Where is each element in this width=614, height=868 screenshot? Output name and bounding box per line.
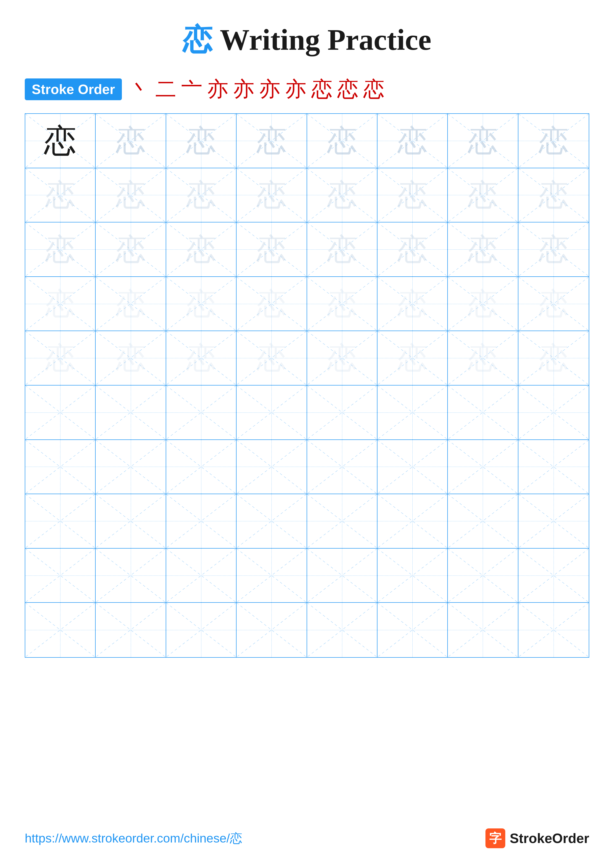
- grid-cell[interactable]: 恋: [166, 168, 236, 223]
- grid-cell[interactable]: 恋: [378, 168, 448, 223]
- svg-line-101: [166, 440, 236, 494]
- grid-cell[interactable]: 恋: [448, 168, 518, 223]
- grid-cell[interactable]: [378, 549, 448, 603]
- grid-cell[interactable]: [96, 494, 166, 549]
- grid-cell[interactable]: 恋: [448, 222, 518, 277]
- grid-cell[interactable]: 恋: [236, 114, 307, 168]
- grid-cell[interactable]: 恋: [236, 168, 307, 223]
- grid-cell[interactable]: 恋: [518, 168, 589, 223]
- kanji-character: 恋: [327, 343, 357, 373]
- svg-line-131: [96, 549, 165, 603]
- grid-cell[interactable]: 恋: [166, 114, 236, 168]
- grid-cell[interactable]: [96, 440, 166, 494]
- grid-cell[interactable]: [25, 603, 96, 657]
- grid-cell[interactable]: [166, 603, 236, 657]
- grid-cell[interactable]: 恋: [96, 222, 166, 277]
- grid-cell[interactable]: [96, 386, 166, 440]
- grid-cell[interactable]: [518, 549, 589, 603]
- grid-cell[interactable]: [378, 494, 448, 549]
- grid-cell[interactable]: 恋: [307, 331, 378, 386]
- grid-cell[interactable]: 恋: [236, 277, 307, 331]
- grid-cell[interactable]: [448, 549, 518, 603]
- stroke-8: 恋: [311, 75, 333, 104]
- grid-cell[interactable]: [25, 386, 96, 440]
- grid-cell[interactable]: 恋: [307, 222, 378, 277]
- svg-line-89: [307, 386, 377, 439]
- grid-cell[interactable]: [518, 603, 589, 657]
- grid-cell[interactable]: [166, 549, 236, 603]
- grid-cell[interactable]: [448, 386, 518, 440]
- grid-cell[interactable]: 恋: [448, 114, 518, 168]
- grid-cell[interactable]: [378, 440, 448, 494]
- grid-cell[interactable]: [307, 549, 378, 603]
- grid-cell[interactable]: [96, 603, 166, 657]
- grid-cell[interactable]: 恋: [25, 277, 96, 331]
- grid-cell[interactable]: 恋: [448, 331, 518, 386]
- grid-cell[interactable]: 恋: [236, 222, 307, 277]
- grid-cell[interactable]: 恋: [25, 331, 96, 386]
- grid-cell[interactable]: 恋: [25, 114, 96, 168]
- kanji-character: 恋: [539, 343, 569, 373]
- grid-cell[interactable]: [378, 603, 448, 657]
- svg-line-128: [25, 549, 95, 603]
- grid-cell[interactable]: [25, 440, 96, 494]
- grid-cell[interactable]: [448, 494, 518, 549]
- grid-cell[interactable]: 恋: [96, 114, 166, 168]
- grid-cell[interactable]: 恋: [518, 114, 589, 168]
- grid-cell[interactable]: 恋: [25, 222, 96, 277]
- grid-cell[interactable]: [236, 386, 307, 440]
- grid-cell[interactable]: 恋: [166, 331, 236, 386]
- svg-line-91: [378, 386, 447, 439]
- svg-line-110: [518, 440, 589, 494]
- grid-cell[interactable]: 恋: [166, 222, 236, 277]
- grid-cell[interactable]: 恋: [518, 222, 589, 277]
- grid-cell[interactable]: [448, 603, 518, 657]
- grid-cell[interactable]: [307, 440, 378, 494]
- grid-cell[interactable]: [166, 440, 236, 494]
- grid-cell[interactable]: [307, 603, 378, 657]
- grid-cell[interactable]: [448, 440, 518, 494]
- grid-cell[interactable]: 恋: [378, 222, 448, 277]
- grid-cell[interactable]: 恋: [166, 277, 236, 331]
- grid-cell[interactable]: [166, 386, 236, 440]
- grid-cell[interactable]: 恋: [378, 277, 448, 331]
- grid-cell[interactable]: 恋: [236, 331, 307, 386]
- grid-cell[interactable]: 恋: [25, 168, 96, 223]
- title-kanji: 恋: [183, 23, 212, 56]
- grid-cell[interactable]: [236, 549, 307, 603]
- grid-cell[interactable]: 恋: [378, 331, 448, 386]
- grid-cell[interactable]: [518, 440, 589, 494]
- grid-cell[interactable]: 恋: [378, 114, 448, 168]
- grid-cell[interactable]: [307, 386, 378, 440]
- grid-cell[interactable]: 恋: [96, 168, 166, 223]
- svg-line-138: [378, 549, 447, 603]
- grid-cell[interactable]: [96, 549, 166, 603]
- kanji-character: 恋: [327, 126, 357, 156]
- grid-cell[interactable]: 恋: [518, 277, 589, 331]
- kanji-character: 恋: [45, 180, 75, 210]
- kanji-character: 恋: [327, 289, 357, 319]
- grid-cell[interactable]: 恋: [96, 277, 166, 331]
- grid-cell[interactable]: [518, 386, 589, 440]
- grid-cell[interactable]: 恋: [307, 114, 378, 168]
- grid-cell[interactable]: [378, 386, 448, 440]
- grid-cell[interactable]: 恋: [448, 277, 518, 331]
- grid-cell[interactable]: [236, 494, 307, 549]
- footer: https://www.strokeorder.com/chinese/恋 字 …: [0, 828, 614, 848]
- svg-line-156: [448, 603, 518, 657]
- grid-cell[interactable]: [518, 494, 589, 549]
- grid-cell[interactable]: [166, 494, 236, 549]
- grid-cell[interactable]: [236, 603, 307, 657]
- grid-cell[interactable]: [236, 440, 307, 494]
- grid-cell[interactable]: [307, 494, 378, 549]
- grid-cell[interactable]: [25, 494, 96, 549]
- grid-cell[interactable]: [25, 549, 96, 603]
- kanji-character: 恋: [256, 126, 286, 156]
- grid-cell[interactable]: 恋: [307, 277, 378, 331]
- grid-cell[interactable]: 恋: [96, 331, 166, 386]
- grid-cell[interactable]: 恋: [307, 168, 378, 223]
- svg-line-92: [448, 386, 518, 439]
- grid-cell[interactable]: 恋: [518, 331, 589, 386]
- stroke-6: 亦: [259, 75, 280, 104]
- svg-line-116: [166, 494, 236, 548]
